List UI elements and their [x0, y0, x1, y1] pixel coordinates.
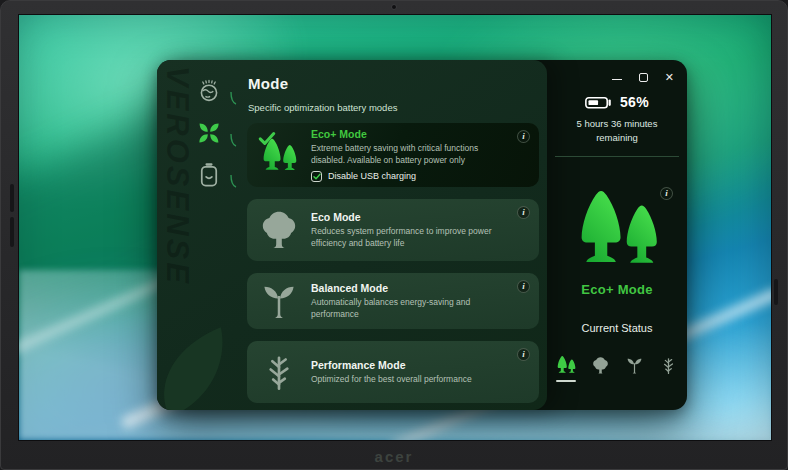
- mode-card-eco[interactable]: i Eco Mode Reduces system performance to…: [247, 199, 539, 261]
- bezel-mark: [774, 279, 778, 305]
- mode-card-performance[interactable]: i Performance Mode Optimized for the bes…: [247, 341, 539, 403]
- selected-check-icon: [258, 131, 276, 146]
- window-controls: ✕: [612, 71, 674, 83]
- checkbox-check-icon: [313, 173, 321, 180]
- info-icon[interactable]: i: [517, 130, 530, 143]
- mode-title: Eco Mode: [311, 211, 513, 223]
- mode-page: Mode Specific optimization battery modes…: [239, 60, 547, 410]
- mode-title: Balanced Mode: [311, 282, 513, 294]
- time-remaining: 5 hours 36 minutes remaining: [577, 117, 658, 145]
- sidebar: VEROSENSE: [157, 60, 239, 410]
- mode-card-eco-plus[interactable]: i Eco+ Mode Extreme battery saving with …: [247, 123, 539, 187]
- indicator-performance: [657, 356, 679, 382]
- acer-logo: acer: [375, 448, 414, 465]
- mode-title: Performance Mode: [311, 359, 513, 371]
- page-title: Mode: [248, 75, 547, 92]
- minimize-icon: [612, 79, 622, 81]
- indicator-balanced: [623, 356, 645, 382]
- page-subtitle: Specific optimization battery modes: [248, 102, 547, 113]
- active-indicator-bar: [556, 380, 576, 382]
- pine-trees-icon: [555, 355, 577, 375]
- battery-icon: [585, 95, 612, 110]
- maximize-button[interactable]: [639, 71, 648, 83]
- info-icon[interactable]: i: [517, 348, 530, 361]
- current-status-caption: Current Status: [582, 322, 653, 334]
- minimize-button[interactable]: [612, 71, 622, 83]
- webcam: [391, 4, 397, 10]
- verosense-watermark: VEROSENSE: [159, 66, 195, 286]
- bezel-mark: [10, 217, 14, 247]
- sidebar-item-modes[interactable]: [195, 119, 223, 147]
- checkbox-label: Disable USB charging: [328, 171, 416, 181]
- mode-description: Extreme battery saving with critical fun…: [311, 143, 513, 165]
- info-icon[interactable]: i: [517, 206, 530, 219]
- current-mode-illustration: i: [565, 187, 669, 272]
- verosense-window: VEROSENSE: [157, 60, 687, 410]
- mode-cards: i Eco+ Mode Extreme battery saving with …: [247, 123, 539, 403]
- current-mode-label: Eco+ Mode: [581, 282, 653, 297]
- bare-branch-icon: [247, 352, 311, 392]
- laptop-screen: VEROSENSE: [18, 14, 772, 441]
- sidebar-item-eco-home[interactable]: [195, 77, 223, 105]
- battery-percent: 56%: [620, 94, 649, 110]
- earth-in-hand-icon: [197, 79, 221, 103]
- sprout-icon: [247, 281, 311, 321]
- info-icon[interactable]: i: [660, 187, 673, 200]
- sidebar-nav: [195, 77, 223, 203]
- deciduous-tree-icon: [247, 209, 311, 251]
- sidebar-item-battery[interactable]: [195, 161, 223, 189]
- status-panel: ✕ 56% 5 hours 36 minutes remaining i Eco…: [547, 60, 687, 410]
- close-button[interactable]: ✕: [665, 71, 674, 83]
- indicator-eco-plus: [555, 355, 577, 382]
- battery-status: 56%: [585, 94, 649, 110]
- content-area: VEROSENSE: [157, 60, 547, 410]
- sprout-icon: [625, 356, 644, 375]
- mode-card-balanced[interactable]: i Balanced Mode Automatically balances e…: [247, 273, 539, 329]
- deciduous-tree-icon: [591, 356, 610, 375]
- bare-branch-icon: [659, 356, 678, 375]
- disable-usb-checkbox[interactable]: Disable USB charging: [311, 171, 513, 182]
- mode-title: Eco+ Mode: [311, 128, 513, 140]
- divider: [555, 156, 679, 157]
- pine-trees-icon: [571, 187, 663, 272]
- maximize-icon: [639, 73, 648, 82]
- mode-description: Reduces system performance to improve po…: [311, 226, 513, 248]
- laptop-body: VEROSENSE: [0, 0, 788, 470]
- bezel-mark: [10, 184, 14, 212]
- battery-smile-icon: [197, 162, 221, 189]
- mode-description: Optimized for the best overall performan…: [311, 374, 513, 385]
- leaves-icon: [197, 121, 221, 145]
- pine-trees-icon: [247, 137, 311, 174]
- leaf-watermark: [157, 320, 243, 410]
- checkbox-box[interactable]: [311, 171, 322, 182]
- indicator-eco: [589, 356, 611, 382]
- mode-description: Automatically balances energy-saving and…: [311, 297, 513, 319]
- mode-indicator-row: [555, 355, 679, 382]
- info-icon[interactable]: i: [517, 280, 530, 293]
